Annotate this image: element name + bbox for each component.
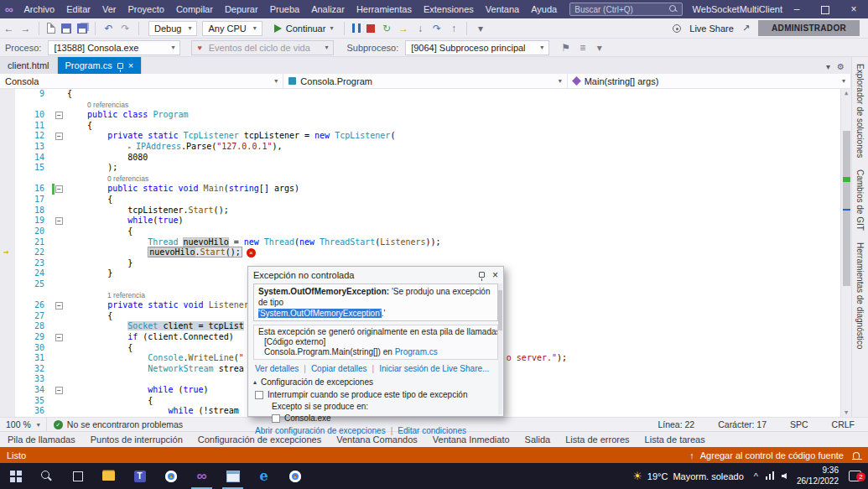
error-icon[interactable]: × [247,248,256,258]
close-button[interactable]: × [839,0,868,18]
menu-ver[interactable]: Ver [96,0,122,18]
tab-Program.cs[interactable]: Program.cs× [58,57,143,74]
tray-expand-icon[interactable]: ^ [754,471,758,481]
save-all-icon[interactable] [77,23,87,34]
step-into-icon[interactable]: ↓ [414,21,425,36]
panel-tab-output[interactable]: Salida [517,432,559,448]
menu-compilar[interactable]: Compilar [170,0,219,18]
collapse-icon[interactable]: − [55,217,63,225]
clock[interactable]: 9:36 26/12/2022 [797,466,839,486]
platform-dropdown[interactable]: Any CPU ▾ [202,21,262,36]
network-icon[interactable] [766,472,774,480]
tool-tab-solution-explorer[interactable]: Explorador de soluciones [855,64,865,158]
nav-forward-icon[interactable]: → [20,21,31,36]
menu-archivo[interactable]: Archivo [18,0,61,18]
new-file-icon[interactable] [47,23,55,34]
lifecycle-events-dropdown[interactable]: ♥ Eventos del ciclo de vida ▾ [191,40,334,55]
configuration-dropdown[interactable]: Debug ▾ [148,21,197,36]
break-all-icon[interactable] [352,23,361,33]
code-line[interactable]: →22 nuevoHilo.Start();× [0,247,840,258]
codelens-references[interactable]: 1 referencia [107,291,145,299]
popup-link-2[interactable]: Iniciar sesión de Live Share... [379,364,489,373]
popup-link-1[interactable]: Editar condiciones [398,426,466,435]
process-dropdown[interactable]: [13588] Consola.exe ▾ [48,40,180,55]
panel-tab-breakpoints[interactable]: Puntos de interrupción [83,432,190,448]
collapse-icon[interactable]: − [55,133,63,140]
scroll-up-icon[interactable]: ▲ [841,90,851,96]
break-on-exception-option[interactable]: Interrumpir cuando se produce este tipo … [248,388,503,401]
file-explorer-icon[interactable] [93,463,124,489]
stop-icon[interactable] [366,24,375,33]
exception-settings-section[interactable]: ▴ Configuración de excepciones [248,376,503,388]
edge-icon[interactable] [248,463,279,489]
zoom-dropdown[interactable]: 100 % ▾ [0,418,47,431]
code-line[interactable]: 10− public class Program [0,110,840,121]
menu-editar[interactable]: Editar [60,0,96,18]
visual-studio-icon[interactable] [186,463,217,489]
code-line[interactable]: 19− while(true) [0,216,840,226]
step-out-icon[interactable]: ↑ [448,21,459,36]
active-files-icon[interactable]: ▾ [826,62,830,71]
flag-icon[interactable]: ⚑ [560,40,571,55]
panel-tab-task-list[interactable]: Lista de tareas [637,432,713,448]
continue-button[interactable]: Continuar ▾ [270,21,338,36]
collapse-icon[interactable]: − [55,302,63,310]
console-app-icon[interactable] [217,463,248,489]
nav-back-icon[interactable]: ← [3,21,14,36]
collapse-icon[interactable]: − [55,387,63,394]
live-share-label[interactable]: Live Share [689,23,734,34]
code-line[interactable]: 11 { [0,121,840,132]
restart-icon[interactable]: ↻ [381,21,392,36]
code-line[interactable]: 21 Thread nuevoHilo = new Thread(new Thr… [0,237,840,248]
code-line[interactable]: 15 ); [0,163,840,174]
maximize-button[interactable] [811,0,839,18]
chrome-icon[interactable] [155,463,186,489]
minimize-button[interactable]: – [782,0,811,18]
close-icon[interactable]: × [128,61,133,70]
problems-indicator[interactable]: ✓ No se encontraron problemas [47,419,190,429]
scroll-down-icon[interactable]: ▼ [841,409,851,416]
code-line[interactable]: 9{ [0,89,840,100]
except-process-option[interactable]: Consola.exe [248,412,503,424]
source-control-label[interactable]: Agregar al control de código fuente [700,450,844,460]
options-icon[interactable]: ▾ [475,21,486,36]
stack-frame-file-link[interactable]: Program.cs [395,347,438,356]
save-icon[interactable] [61,23,71,34]
popup-link-0[interactable]: Abrir configuración de excepciones [255,426,386,435]
collapse-icon[interactable]: − [55,334,63,341]
window-options-icon[interactable]: ⚙ [837,62,845,71]
start-button[interactable] [0,463,31,489]
panel-tab-call-stack[interactable]: Pila de llamadas [0,432,83,448]
codelens-references[interactable]: 0 referencias [87,101,128,109]
menu-extensiones[interactable]: Extensiones [418,0,480,18]
code-line[interactable]: 12− private static TcpListener tcpListen… [0,131,840,142]
undo-icon[interactable]: ↶ [103,21,114,36]
breadcrumb-segment-1[interactable]: Consola▾ [0,74,283,88]
code-line[interactable]: 20 { [0,226,840,237]
codelens-row[interactable]: 0 referencias [0,100,840,111]
code-line[interactable]: 16− public static void Main(string[] arg… [0,184,840,195]
code-line[interactable]: 18 tcpListener.Start(); [0,205,840,216]
action-center-button[interactable]: 2 [849,471,861,481]
thread-dropdown[interactable]: [9064] Subproceso principal ▾ [405,40,549,55]
popup-scrollbar[interactable] [498,284,502,414]
menu-depurar[interactable]: Depurar [219,0,264,18]
codelens-row[interactable]: 0 referencias [0,174,840,185]
code-line[interactable]: 14 8080 [0,153,840,164]
menu-proyecto[interactable]: Proyecto [122,0,169,18]
task-view-button[interactable] [62,463,93,489]
collapse-icon[interactable]: − [55,185,63,193]
code-line[interactable]: 13 ▸ IPAddress.Parse("127.0.0.1"), [0,142,840,153]
tab-client.html[interactable]: client.html [0,57,58,74]
popup-link-0[interactable]: Ver detalles [255,364,299,373]
menu-ayuda[interactable]: Ayuda [525,0,563,18]
menu-analizar[interactable]: Analizar [305,0,351,18]
pin-icon[interactable] [479,272,485,278]
panel-tab-error-list[interactable]: Lista de errores [558,432,637,448]
code-line[interactable]: 17 { [0,195,840,205]
menu-ventana[interactable]: Ventana [480,0,525,18]
pin-icon[interactable] [117,63,123,69]
tool-tab-diagnostics[interactable]: Herramientas de diagnóstico [855,242,865,349]
weather-widget[interactable]: ☀ 19°C Mayorm. soleado [632,470,744,482]
popup-link-1[interactable]: Copiar detalles [311,364,367,373]
